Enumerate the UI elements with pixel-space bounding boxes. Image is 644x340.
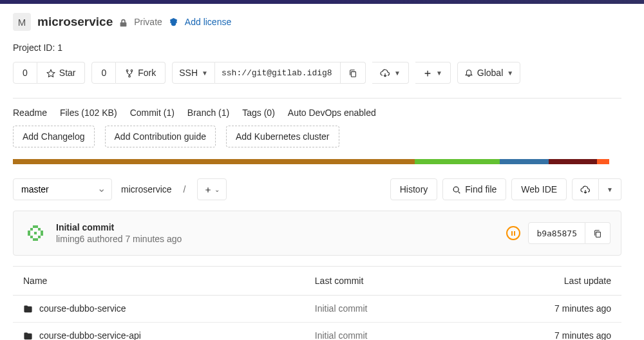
add-license-link[interactable]: Add license (185, 17, 231, 27)
caret-down-icon: ▼ (436, 70, 442, 77)
last-commit-box: Initial commit liming6 authored 7 minute… (13, 211, 621, 256)
caret-down-icon: ▼ (202, 70, 208, 77)
svg-rect-14 (596, 232, 600, 238)
star-button[interactable]: Star (37, 62, 86, 84)
copy-url-button[interactable] (341, 62, 366, 84)
svg-rect-8 (41, 231, 43, 236)
project-title: microservice (37, 15, 113, 29)
stat-branch[interactable]: Branch (1) (187, 108, 229, 118)
project-header: M microservice Private Add license (13, 4, 621, 37)
stat-autodevops[interactable]: Auto DevOps enabled (288, 108, 376, 118)
svg-point-4 (453, 187, 459, 192)
stat-tags[interactable]: Tags (0) (242, 108, 275, 118)
svg-rect-10 (38, 228, 41, 231)
bell-icon (464, 68, 473, 78)
row-commit-msg[interactable]: Initial commit (305, 322, 459, 340)
clone-protocol-label: SSH (179, 68, 198, 78)
pipeline-status-pending-icon[interactable] (506, 226, 520, 240)
scale-icon (169, 17, 178, 28)
suggest-row: Add Changelog Add Contribution guide Add… (13, 126, 621, 159)
svg-point-1 (131, 70, 133, 71)
fork-label: Fork (138, 68, 156, 78)
svg-rect-9 (30, 228, 33, 231)
copy-icon (348, 68, 357, 78)
copy-sha-button[interactable] (585, 222, 611, 244)
folder-icon (23, 303, 33, 314)
row-commit-msg[interactable]: Initial commit (305, 296, 459, 323)
commit-author-avatar (24, 222, 47, 245)
caret-down-icon: ▼ (607, 186, 613, 193)
plus-icon (423, 68, 432, 78)
fork-button[interactable]: Fork (116, 62, 166, 84)
project-id: Project ID: 1 (13, 37, 621, 62)
file-name: course-dubbo-service-api (39, 330, 141, 340)
row-update: 7 minutes ago (459, 296, 621, 323)
download-source-caret[interactable]: ▼ (599, 178, 621, 200)
download-button[interactable]: ▼ (372, 62, 409, 84)
commit-sha[interactable]: b9a85875 (528, 222, 585, 244)
svg-rect-5 (33, 225, 38, 228)
breadcrumb-separator: / (181, 184, 189, 194)
fork-count: 0 (91, 62, 116, 84)
repo-nav: master microservice / ⌄ History Find fil… (13, 178, 621, 211)
add-changelog-button[interactable]: Add Changelog (13, 126, 95, 147)
stat-commit[interactable]: Commit (1) (130, 108, 175, 118)
commit-info: Initial commit liming6 authored 7 minute… (56, 222, 506, 244)
row-update: 7 minutes ago (459, 322, 621, 340)
table-row[interactable]: course-dubbo-service-api Initial commit … (13, 322, 621, 340)
notification-label: Global (477, 68, 503, 78)
clone-protocol-dropdown[interactable]: SSH ▼ (172, 62, 215, 84)
find-file-button[interactable]: Find file (442, 178, 506, 200)
search-icon (452, 184, 461, 194)
star-label: Star (59, 68, 76, 78)
clone-url-input[interactable] (215, 62, 341, 84)
caret-down-icon: ▼ (394, 70, 401, 77)
stats-row: Readme Files (102 KB) Commit (1) Branch … (13, 99, 621, 126)
language-segment[interactable] (500, 159, 549, 164)
th-update: Last update (459, 267, 621, 296)
actions-row: 0 Star 0 Fork SSH ▼ (13, 62, 621, 84)
svg-rect-11 (30, 236, 33, 238)
copy-icon (593, 228, 602, 238)
commit-meta: liming6 authored 7 minutes ago (56, 234, 506, 244)
language-segment[interactable] (415, 159, 500, 164)
table-row[interactable]: course-dubbo-service Initial commit 7 mi… (13, 296, 621, 323)
project-avatar: M (13, 13, 31, 31)
language-segment[interactable] (13, 159, 415, 164)
lock-icon (119, 17, 128, 27)
language-segment[interactable] (597, 159, 609, 164)
svg-rect-12 (38, 236, 41, 238)
commit-title[interactable]: Initial commit (56, 222, 506, 232)
svg-rect-3 (351, 72, 355, 77)
history-button[interactable]: History (390, 178, 438, 200)
star-icon (46, 68, 55, 78)
file-name: course-dubbo-service (39, 303, 126, 314)
svg-rect-7 (28, 231, 30, 236)
stat-files[interactable]: Files (102 KB) (60, 108, 117, 118)
language-bar (13, 159, 621, 164)
find-file-label: Find file (465, 184, 497, 194)
th-commit: Last commit (305, 267, 459, 296)
stat-readme[interactable]: Readme (13, 108, 47, 118)
add-contribution-button[interactable]: Add Contribution guide (105, 126, 216, 147)
add-button[interactable]: ▼ (415, 62, 451, 84)
visibility-label: Private (134, 17, 162, 27)
fork-icon (125, 68, 134, 78)
caret-down-icon: ▼ (507, 70, 513, 77)
svg-rect-13 (34, 232, 37, 234)
add-kubernetes-button[interactable]: Add Kubernetes cluster (226, 126, 339, 147)
file-table: Name Last commit Last update course-dubb… (13, 266, 621, 340)
svg-rect-6 (33, 238, 38, 241)
notification-dropdown[interactable]: Global ▼ (457, 62, 520, 84)
svg-point-2 (129, 75, 131, 77)
language-segment[interactable] (549, 159, 598, 164)
plus-icon (204, 184, 212, 194)
caret-down-icon: ⌄ (214, 186, 220, 193)
new-file-button[interactable]: ⌄ (197, 178, 227, 200)
folder-icon (23, 330, 33, 340)
branch-select[interactable]: master (13, 178, 112, 200)
download-cloud-icon (380, 67, 390, 78)
web-ide-button[interactable]: Web IDE (511, 178, 567, 200)
breadcrumb-root[interactable]: microservice (121, 184, 172, 194)
download-source-button[interactable] (572, 178, 599, 200)
